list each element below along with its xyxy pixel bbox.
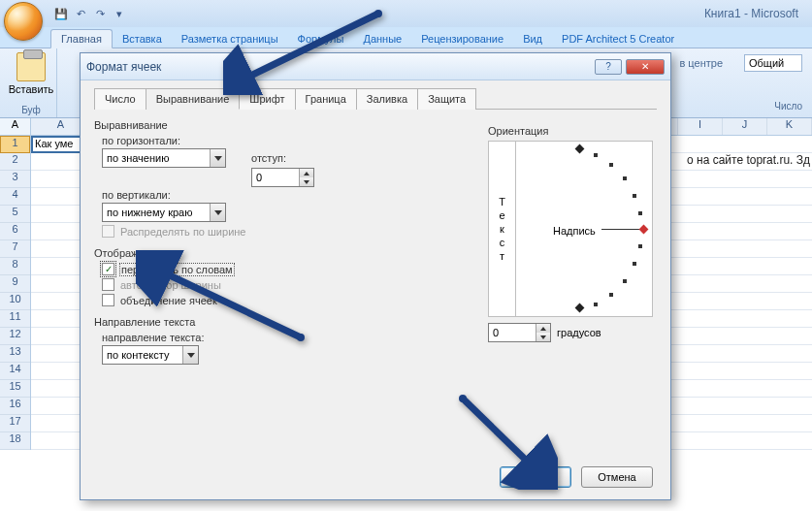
autofit-label: автоподбор ширины bbox=[120, 279, 221, 291]
cell[interactable] bbox=[31, 258, 81, 274]
ribbon-tab-view[interactable]: Вид bbox=[513, 30, 552, 48]
save-icon[interactable]: 💾 bbox=[52, 5, 70, 22]
cell[interactable] bbox=[31, 432, 81, 449]
cell[interactable] bbox=[31, 275, 81, 292]
diamond-icon bbox=[575, 303, 585, 313]
cell[interactable] bbox=[31, 223, 81, 240]
number-format-select[interactable] bbox=[744, 54, 802, 72]
row-header[interactable]: 5 bbox=[0, 206, 30, 223]
cell[interactable] bbox=[31, 310, 81, 327]
ribbon-tab-formulas[interactable]: Формулы bbox=[288, 30, 354, 48]
degrees-spinner[interactable] bbox=[488, 323, 551, 342]
row-header[interactable]: 10 bbox=[0, 293, 30, 310]
row-header[interactable]: 7 bbox=[0, 240, 30, 258]
row-header[interactable]: 11 bbox=[0, 310, 30, 328]
chevron-down-icon[interactable] bbox=[182, 346, 198, 364]
indent-spinner[interactable] bbox=[251, 168, 314, 187]
spinner-down-icon[interactable] bbox=[536, 333, 550, 341]
number-group-label: Число bbox=[679, 101, 802, 112]
row-header[interactable]: 12 bbox=[0, 328, 30, 345]
ribbon-tab-review[interactable]: Рецензирование bbox=[411, 30, 513, 48]
row-header[interactable]: 14 bbox=[0, 363, 30, 380]
cell[interactable] bbox=[31, 328, 81, 344]
dialog-tab-protection[interactable]: Защита bbox=[418, 88, 476, 110]
row-header[interactable]: 17 bbox=[0, 415, 30, 432]
ribbon-tab-pdf[interactable]: PDF Architect 5 Creator bbox=[552, 30, 684, 48]
office-button[interactable] bbox=[4, 2, 43, 41]
cell[interactable]: Как уме bbox=[31, 136, 81, 153]
indent-label: отступ: bbox=[251, 152, 286, 164]
col-header-k[interactable]: K bbox=[767, 118, 812, 135]
cancel-button[interactable]: Отмена bbox=[581, 466, 653, 488]
vertical-align-value[interactable] bbox=[103, 204, 210, 221]
clipboard-group: Вставить Буф bbox=[0, 48, 57, 117]
row-header[interactable]: 15 bbox=[0, 380, 30, 398]
text-direction-value[interactable] bbox=[103, 346, 182, 364]
dialog-tab-fill[interactable]: Заливка bbox=[357, 88, 418, 110]
orientation-dial[interactable]: Надпись bbox=[516, 142, 652, 316]
quick-access-toolbar: 💾 ↶ ↷ ▾ bbox=[52, 5, 128, 22]
dialog-title-text: Формат ячеек bbox=[86, 60, 161, 74]
qat-customize-icon[interactable]: ▾ bbox=[111, 5, 128, 22]
spinner-up-icon[interactable] bbox=[300, 169, 313, 177]
indent-value[interactable] bbox=[252, 169, 299, 186]
row-header[interactable]: 18 bbox=[0, 432, 30, 450]
dialog-tab-number[interactable]: Число bbox=[94, 88, 146, 110]
row-header[interactable]: 4 bbox=[0, 188, 30, 206]
name-box[interactable]: A bbox=[0, 118, 31, 135]
cell[interactable] bbox=[31, 240, 81, 257]
row-header[interactable]: 9 bbox=[0, 275, 30, 293]
col-header-i[interactable]: I bbox=[678, 118, 723, 135]
ok-button[interactable]: ОК bbox=[500, 466, 571, 488]
dialog-help-button[interactable]: ? bbox=[595, 59, 622, 75]
cell[interactable] bbox=[31, 188, 81, 205]
orientation-handle-icon[interactable] bbox=[639, 225, 649, 235]
dialog-close-button[interactable]: ✕ bbox=[626, 59, 665, 75]
orientation-vertical-text-button[interactable]: Т е к с т bbox=[489, 142, 516, 316]
chevron-down-icon[interactable] bbox=[210, 204, 225, 221]
chevron-down-icon[interactable] bbox=[210, 149, 225, 167]
row-header[interactable]: 1 bbox=[0, 136, 30, 153]
cell[interactable] bbox=[31, 415, 81, 431]
window-title: Книга1 - Microsoft bbox=[704, 7, 806, 20]
cell[interactable] bbox=[31, 293, 81, 309]
row-header[interactable]: 8 bbox=[0, 258, 30, 275]
cell[interactable] bbox=[31, 171, 81, 187]
autofit-checkbox[interactable] bbox=[102, 278, 114, 291]
text-direction-combo[interactable] bbox=[102, 345, 199, 365]
cell[interactable] bbox=[31, 363, 81, 379]
ribbon-tab-insert[interactable]: Вставка bbox=[113, 30, 172, 48]
horizontal-align-combo[interactable] bbox=[102, 148, 226, 168]
dialog-titlebar[interactable]: Формат ячеек ? ✕ bbox=[81, 53, 670, 80]
cell[interactable] bbox=[31, 345, 81, 362]
dialog-tab-font[interactable]: Шрифт bbox=[240, 88, 295, 110]
horizontal-align-value[interactable] bbox=[103, 149, 210, 167]
ribbon-tab-data[interactable]: Данные bbox=[353, 30, 411, 48]
cell-right-text: о на сайте toprat.ru. Зд bbox=[687, 153, 810, 167]
dialog-tab-border[interactable]: Граница bbox=[296, 88, 357, 110]
cell[interactable] bbox=[31, 153, 81, 170]
row-header[interactable]: 3 bbox=[0, 171, 30, 188]
row-header[interactable]: 2 bbox=[0, 153, 30, 171]
orientation-panel: Ориентация Т е к с т Надпись bbox=[488, 121, 653, 342]
spinner-down-icon[interactable] bbox=[300, 177, 313, 186]
cell[interactable] bbox=[31, 380, 81, 397]
ribbon-tab-home[interactable]: Главная bbox=[50, 29, 113, 48]
ribbon-tab-page-layout[interactable]: Разметка страницы bbox=[172, 30, 288, 48]
col-header-j[interactable]: J bbox=[723, 118, 767, 135]
merge-cells-checkbox[interactable] bbox=[102, 294, 114, 306]
spinner-up-icon[interactable] bbox=[536, 324, 550, 333]
row-header[interactable]: 16 bbox=[0, 398, 30, 415]
cell[interactable] bbox=[31, 206, 81, 222]
paste-button[interactable]: Вставить bbox=[12, 52, 50, 95]
row-header[interactable]: 13 bbox=[0, 345, 30, 363]
row-header[interactable]: 6 bbox=[0, 223, 30, 240]
undo-icon[interactable]: ↶ bbox=[72, 5, 89, 22]
degrees-value[interactable] bbox=[489, 324, 536, 341]
orientation-box[interactable]: Т е к с т Надпись bbox=[488, 141, 653, 317]
cell[interactable] bbox=[31, 398, 81, 414]
dialog-tab-alignment[interactable]: Выравнивание bbox=[146, 88, 241, 110]
wrap-text-checkbox[interactable]: ✓ bbox=[102, 263, 114, 275]
vertical-align-combo[interactable] bbox=[102, 203, 226, 222]
redo-icon[interactable]: ↷ bbox=[91, 5, 109, 22]
